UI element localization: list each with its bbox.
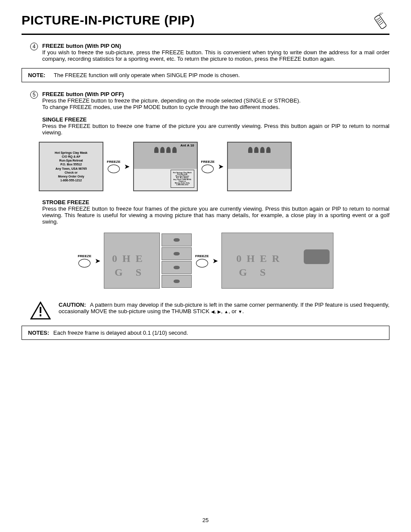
page-number: 25 [0, 517, 411, 523]
strobe-main-frame-2: 0 H E R G S [221, 233, 333, 289]
warning-triangle-icon [30, 302, 51, 320]
step-5-line1: Press the FREEZE button to freeze the pi… [42, 97, 301, 104]
strobe-freeze-text: Press the FREEZE button to freeze four f… [42, 205, 389, 225]
page-title: PICTURE-IN-PICTURE (PIP) [22, 13, 195, 28]
strobe-frame-1 [162, 233, 192, 246]
svg-rect-14 [40, 307, 41, 313]
note-1-text: The FREEZE function will only operate wh… [54, 72, 240, 78]
freeze-button-1: FREEZE [107, 160, 121, 173]
svg-rect-15 [40, 314, 41, 317]
note-box-1: NOTE: The FREEZE function will only oper… [22, 68, 389, 82]
step-5-line2: To change FREEZE modes, use the PIP MODE… [42, 104, 280, 110]
caution-text-b: . [242, 308, 244, 314]
freeze-button-3: FREEZE [78, 254, 91, 268]
notes-2-label: NOTES: [28, 330, 49, 336]
right-arrow-icon: ▶ [218, 309, 221, 314]
step-5-title: FREEZE button (With PIP OFF) [42, 91, 124, 97]
step-4-section: 4 FREEZE button (With PIP ON) If you wis… [30, 43, 389, 62]
freeze-button-icon [196, 259, 208, 268]
strobe-frame-3 [162, 261, 192, 274]
freeze-button-icon [78, 259, 90, 268]
freeze-button-icon [108, 165, 120, 173]
pip-sub-picture: Hot Springs Clay Mask C/O RQ & AF Run-Sp… [171, 170, 194, 188]
golf-cart-icon [304, 249, 330, 264]
up-arrow-icon: ▲ [224, 309, 228, 314]
strobe-freeze-heading: STROBE FREEZE [42, 199, 389, 205]
arrow-icon: ➤ [124, 162, 130, 171]
strobe-freeze-section: STROBE FREEZE Press the FREEZE button to… [42, 199, 389, 225]
strobe-freeze-diagram: FREEZE ➤ 0 H E G S FREEZE ➤ 0 H E R G S [22, 233, 389, 289]
tv-screen-pip: Ant A 10 Hot Springs Clay Mask C/O RQ & … [133, 142, 198, 191]
tv-screen-address: Hot Springs Clay Mask C/O RQ & AF Run-Sp… [39, 142, 103, 191]
caution-section: CAUTION: A pattern burn may develop if t… [30, 302, 389, 320]
single-freeze-text: Press the FREEZE button to freeze one fr… [42, 123, 389, 136]
strobe-frame-2 [162, 247, 192, 260]
down-arrow-icon: ▼ [238, 309, 243, 314]
step-5-section: 5 FREEZE button (With PIP OFF) Press the… [30, 91, 389, 110]
arrow-icon: ➤ [218, 162, 224, 171]
freeze-button-2: FREEZE [201, 160, 215, 173]
remote-control-icon [371, 13, 389, 31]
single-freeze-heading: SINGLE FREEZE [42, 116, 389, 123]
strobe-thumbnail-strip [162, 233, 192, 288]
notes-2-text: Each freeze frame is delayed about 0.1 (… [53, 330, 188, 336]
step-4-title: FREEZE button (With PIP ON) [42, 43, 121, 49]
strobe-main-frame-1: 0 H E G S [104, 233, 160, 289]
single-freeze-section: SINGLE FREEZE Press the FREEZE button to… [42, 116, 389, 136]
freeze-button-4: FREEZE [195, 254, 209, 268]
step-4-body: If you wish to freeze the sub-picture, p… [42, 49, 389, 62]
tv-screen-result [227, 142, 292, 191]
arrow-icon: ➤ [95, 257, 100, 265]
freeze-button-icon [202, 165, 214, 173]
page-header: PICTURE-IN-PICTURE (PIP) [22, 13, 389, 35]
caution-label: CAUTION: [59, 302, 86, 308]
strobe-frame-4 [162, 275, 192, 288]
notes-box-2: NOTES: Each freeze frame is delayed abou… [22, 326, 389, 340]
left-arrow-icon: ◀ [211, 309, 215, 314]
note-1-label: NOTE: [28, 72, 45, 78]
arrow-icon: ➤ [212, 257, 218, 265]
single-freeze-diagram: Hot Springs Clay Mask C/O RQ & AF Run-Sp… [39, 142, 389, 191]
step-4-number: 4 [30, 43, 38, 50]
step-5-number: 5 [30, 91, 38, 99]
